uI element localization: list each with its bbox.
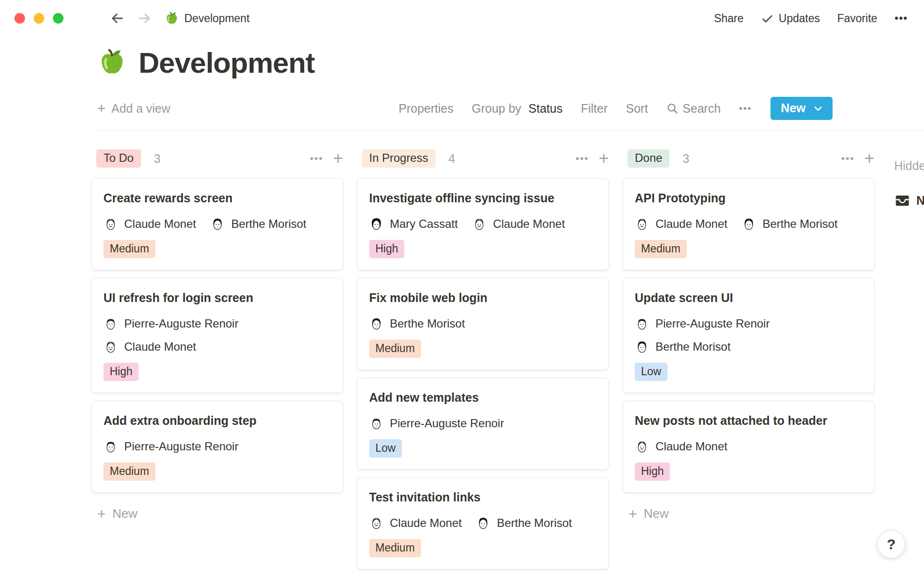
window-controls[interactable]	[14, 13, 64, 24]
assignee-name: Claude Monet	[124, 340, 196, 354]
assignee: Claude Monet	[472, 217, 565, 231]
priority-badge: Low	[369, 439, 402, 458]
assignee: Claude Monet	[635, 217, 727, 231]
column-add-icon[interactable]: +	[864, 150, 874, 167]
avatar-claude-monet-icon	[103, 340, 118, 354]
add-view-button[interactable]: + Add a view	[97, 101, 170, 116]
assignee-row: Pierre-Auguste Renoir	[369, 416, 597, 431]
assignee: Claude Monet	[635, 439, 727, 454]
share-button[interactable]: Share	[714, 12, 744, 25]
plus-icon: +	[97, 101, 106, 116]
avatar-berthe-morisot-icon	[742, 217, 756, 231]
card-title: Create rewards screen	[103, 191, 331, 205]
assignee-name: Claude Monet	[655, 440, 727, 453]
new-card-button[interactable]: + New	[97, 506, 343, 521]
avatar-claude-monet-icon	[369, 516, 384, 530]
priority-badge: Medium	[369, 539, 421, 557]
search-icon	[666, 102, 679, 115]
kanban-card[interactable]: Investigate offline syncing issue Mary C…	[357, 178, 609, 270]
column-add-icon[interactable]: +	[599, 150, 609, 167]
sidebar-menu-icon[interactable]	[81, 12, 99, 25]
toolbar-divider	[93, 131, 924, 131]
page-title-text[interactable]: Development	[139, 46, 315, 79]
favorite-button[interactable]: Favorite	[837, 12, 877, 25]
card-assignees: Pierre-Auguste Renoir Claude Monet	[103, 316, 331, 354]
view-options-icon[interactable]: •••	[739, 103, 752, 114]
column-count: 3	[154, 152, 161, 166]
column-options-icon[interactable]: •••	[310, 153, 323, 164]
assignee: Mary Cassatt	[369, 217, 458, 231]
close-window-icon[interactable]	[14, 13, 25, 24]
column-add-icon[interactable]: +	[333, 150, 343, 167]
assignee-name: Pierre-Auguste Renoir	[124, 440, 238, 453]
kanban-card[interactable]: New posts not attached to header Claude …	[623, 401, 874, 493]
help-button[interactable]: ?	[877, 530, 905, 558]
zoom-window-icon[interactable]	[53, 13, 64, 24]
assignee-name: Pierre-Auguste Renoir	[655, 317, 770, 330]
kanban-card[interactable]: Update screen UI Pierre-Auguste Renoir B…	[623, 278, 874, 393]
column-options-icon[interactable]: •••	[576, 153, 589, 164]
column-options-icon[interactable]: •••	[841, 153, 855, 164]
new-card-button[interactable]: + New	[629, 506, 874, 521]
assignee-row: Claude Monet Berthe Morisot	[369, 516, 597, 530]
card-title: Investigate offline syncing issue	[369, 191, 597, 205]
hidden-group-label: N	[916, 194, 924, 208]
assignee-row: Mary Cassatt Claude Monet	[369, 217, 597, 231]
avatar-berthe-morisot-icon	[210, 217, 225, 231]
avatar-pierre-auguste-renoir-icon	[369, 416, 384, 431]
new-card-label: New	[113, 506, 138, 521]
avatar-berthe-morisot-icon	[635, 340, 649, 354]
new-card-label: New	[644, 506, 669, 521]
kanban-card[interactable]: Create rewards screen Claude Monet Berth…	[91, 178, 343, 270]
group-by-button[interactable]: Group by Status	[472, 102, 563, 116]
page-title: Development	[97, 46, 924, 79]
column-status-badge[interactable]: Done	[628, 149, 669, 168]
hidden-group-item[interactable]: N	[894, 192, 924, 209]
breadcrumb[interactable]: Development	[165, 11, 250, 26]
back-arrow-icon[interactable]	[109, 10, 126, 27]
hidden-columns-section: Hidden N	[894, 159, 924, 209]
column-status-badge[interactable]: In Progress	[362, 149, 436, 168]
page-icon-apple[interactable]	[97, 47, 127, 79]
favorite-label: Favorite	[837, 12, 877, 25]
plus-icon: +	[97, 507, 106, 521]
sort-button[interactable]: Sort	[626, 102, 648, 116]
forward-arrow-icon[interactable]	[136, 10, 153, 27]
kanban-card[interactable]: API Prototyping Claude Monet Berthe Mori…	[623, 178, 874, 270]
priority-badge: Medium	[369, 340, 421, 358]
search-button[interactable]: Search	[666, 102, 720, 116]
priority-badge: High	[369, 240, 404, 258]
window-topbar: Development Share Updates Favorite •••	[0, 0, 924, 37]
kanban-card[interactable]: Add extra onboarding step Pierre-Auguste…	[91, 401, 343, 493]
kanban-card[interactable]: Test invitation links Claude Monet Berth…	[357, 477, 609, 569]
new-button[interactable]: New	[770, 97, 833, 120]
assignee-name: Berthe Morisot	[497, 516, 572, 530]
filter-button[interactable]: Filter	[581, 102, 608, 116]
kanban-card[interactable]: UI refresh for login screen Pierre-Augus…	[91, 278, 343, 393]
assignee-row: Claude Monet	[635, 439, 862, 454]
avatar-berthe-morisot-icon	[369, 316, 384, 331]
kanban-card[interactable]: Add new templates Pierre-Auguste Renoir …	[357, 378, 609, 470]
assignee-row: Pierre-Auguste Renoir	[103, 439, 331, 454]
minimize-window-icon[interactable]	[34, 13, 44, 24]
kanban-card[interactable]: Fix mobile web login Berthe Morisot Medi…	[357, 278, 609, 370]
assignee: Berthe Morisot	[369, 316, 465, 331]
assignee-name: Mary Cassatt	[390, 217, 458, 231]
card-assignees: Claude Monet Berthe Morisot	[369, 516, 597, 530]
assignee-name: Berthe Morisot	[231, 217, 306, 231]
more-options-icon[interactable]: •••	[895, 12, 908, 25]
updates-button[interactable]: Updates	[761, 12, 820, 25]
column-status-badge[interactable]: To Do	[96, 149, 141, 168]
new-button-label: New	[781, 101, 806, 115]
column-cards: Create rewards screen Claude Monet Berth…	[91, 178, 343, 493]
share-label: Share	[714, 12, 744, 25]
assignee-row: Berthe Morisot	[369, 316, 597, 331]
properties-button[interactable]: Properties	[398, 102, 453, 116]
card-title: New posts not attached to header	[635, 414, 862, 428]
card-title: Update screen UI	[635, 291, 862, 305]
inbox-icon	[894, 192, 911, 209]
card-assignees: Claude Monet	[635, 439, 862, 454]
assignee: Berthe Morisot	[742, 217, 837, 231]
priority-badge: High	[635, 462, 670, 481]
assignee-name: Claude Monet	[124, 217, 196, 231]
